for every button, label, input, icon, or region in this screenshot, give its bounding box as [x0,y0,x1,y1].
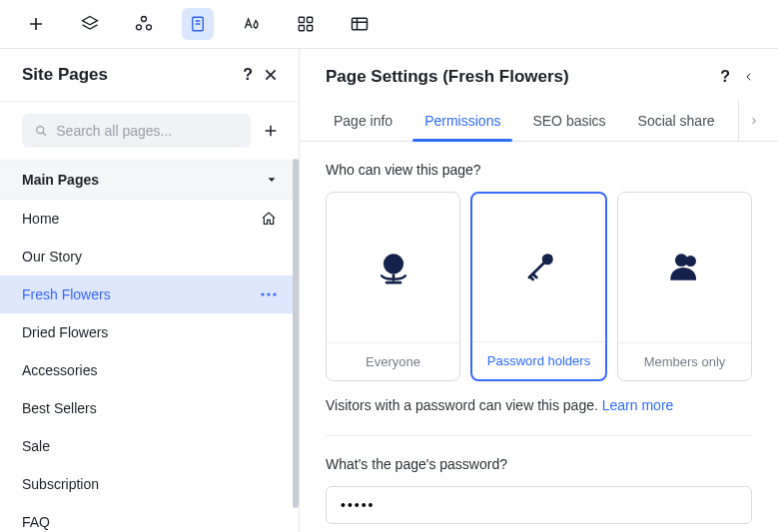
svg-point-19 [685,256,696,266]
learn-more-link[interactable]: Learn more [602,397,674,413]
page-item[interactable]: Home [0,200,299,238]
settings-panel: Page Settings (Fresh Flowers) ? Page inf… [300,49,778,532]
permission-helper: Visitors with a password can view this p… [326,397,752,413]
svg-point-1 [137,25,142,30]
password-input[interactable] [326,486,752,524]
style-tool[interactable] [236,8,268,40]
tabs: Page infoPermissionsSEO basicsSocial sha… [300,101,778,142]
page-item[interactable]: FAQ [0,503,299,532]
permission-options: EveryonePassword holdersMembers only [326,192,752,381]
permission-option-password-holders[interactable]: Password holders [470,192,607,381]
page-item-label: FAQ [22,514,50,530]
page-item-label: Subscription [22,476,99,492]
layers-tool[interactable] [74,8,106,40]
sidebar: Site Pages ? Main Pages HomeOur Stor [0,49,300,532]
page-item-label: Home [22,211,59,227]
svg-rect-5 [308,17,313,22]
search-input[interactable] [56,123,239,139]
page-tool[interactable] [182,8,214,40]
sidebar-title: Site Pages [22,65,108,85]
page-item[interactable]: Fresh Flowers [0,275,299,313]
permission-option-label: Members only [618,342,751,380]
collapse-icon [267,175,277,185]
page-item-label: Best Sellers [22,400,97,416]
tab-page-info[interactable]: Page info [318,101,408,141]
page-item-label: Fresh Flowers [22,286,111,302]
page-item[interactable]: Best Sellers [0,389,299,427]
globe-icon [372,193,415,342]
tab-seo-basics[interactable]: SEO basics [516,101,621,141]
help-icon[interactable]: ? [243,66,253,84]
home-icon [261,211,277,227]
svg-rect-7 [308,26,313,31]
permission-option-label: Password holders [472,341,605,379]
svg-rect-15 [385,281,401,284]
svg-point-13 [383,254,402,273]
search-icon [34,123,48,139]
page-item[interactable]: Sale [0,427,299,465]
tab-social-share[interactable]: Social share [622,101,731,141]
settings-title: Page Settings (Fresh Flowers) [326,67,569,87]
close-icon[interactable] [263,67,279,83]
members-icon [663,193,707,342]
svg-point-11 [267,292,270,295]
add-page-button[interactable] [261,121,281,141]
svg-point-17 [547,256,550,259]
data-tool[interactable] [344,8,376,40]
permission-option-everyone[interactable]: Everyone [326,192,460,381]
add-tool[interactable] [20,8,52,40]
section-header[interactable]: Main Pages [0,160,299,200]
search-input-wrap[interactable] [22,114,251,148]
svg-rect-14 [391,273,394,280]
apps-tool[interactable] [128,8,160,40]
svg-point-2 [147,25,152,30]
widgets-tool[interactable] [290,8,322,40]
svg-rect-4 [299,17,304,22]
svg-point-10 [261,292,264,295]
tabs-scroll-right[interactable] [738,101,768,141]
tab-permissions[interactable]: Permissions [408,101,516,141]
svg-point-0 [142,17,147,22]
page-item[interactable]: Accessories [0,351,299,389]
svg-point-9 [37,127,44,134]
svg-rect-8 [353,18,368,30]
settings-back-icon[interactable] [744,70,754,84]
permission-question: Who can view this page? [326,162,752,178]
password-label: What's the page's password? [326,456,752,472]
page-item-label: Dried Flowers [22,324,108,340]
page-item[interactable]: Subscription [0,465,299,503]
page-item[interactable]: Our Story [0,238,299,275]
section-title: Main Pages [22,172,99,188]
svg-point-12 [273,292,276,295]
divider [326,435,752,436]
scrollbar-thumb[interactable] [293,159,299,508]
permission-option-members-only[interactable]: Members only [617,192,752,381]
page-item-label: Our Story [22,249,82,265]
settings-help-icon[interactable]: ? [720,68,730,86]
page-item-label: Accessories [22,362,97,378]
page-item[interactable]: Dried Flowers [0,313,299,351]
top-toolbar [0,0,778,48]
page-list: HomeOur StoryFresh FlowersDried FlowersA… [0,200,299,532]
page-item-label: Sale [22,438,50,454]
more-icon[interactable] [261,292,277,296]
svg-rect-6 [299,26,304,31]
key-icon [517,194,561,341]
permission-option-label: Everyone [327,342,459,380]
